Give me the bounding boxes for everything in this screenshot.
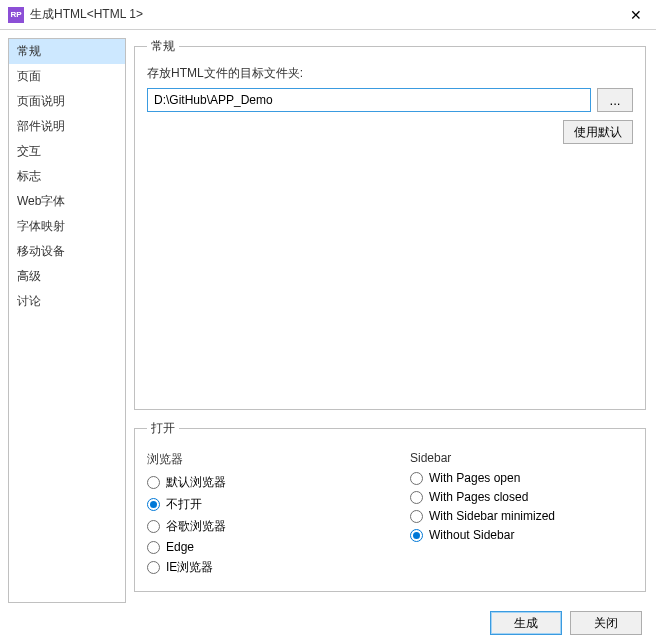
sidebar-opt-option-3[interactable]: Without Sidebar <box>410 528 633 542</box>
sidebar-item-2[interactable]: 页面说明 <box>9 89 125 114</box>
radio-icon <box>147 520 160 533</box>
sidebar-opt-label: With Sidebar minimized <box>429 509 555 523</box>
sidebar-item-3[interactable]: 部件说明 <box>9 114 125 139</box>
browser-title: 浏览器 <box>147 451 370 468</box>
browser-label: 谷歌浏览器 <box>166 518 226 535</box>
footer: 生成 关闭 <box>0 603 656 643</box>
sidebar-item-1[interactable]: 页面 <box>9 64 125 89</box>
radio-icon <box>410 510 423 523</box>
browser-label: 不打开 <box>166 496 202 513</box>
browser-option-3[interactable]: Edge <box>147 540 370 554</box>
sidebar-opt-option-1[interactable]: With Pages closed <box>410 490 633 504</box>
sidebar-item-10[interactable]: 讨论 <box>9 289 125 314</box>
radio-icon <box>147 541 160 554</box>
sidebar-item-0[interactable]: 常规 <box>9 39 125 64</box>
browser-label: 默认浏览器 <box>166 474 226 491</box>
close-button[interactable]: 关闭 <box>570 611 642 635</box>
sidebar-opt-label: With Pages open <box>429 471 520 485</box>
browser-option-2[interactable]: 谷歌浏览器 <box>147 518 370 535</box>
browser-label: IE浏览器 <box>166 559 213 576</box>
sidebar-item-6[interactable]: Web字体 <box>9 189 125 214</box>
legend-general: 常规 <box>147 38 179 55</box>
path-label: 存放HTML文件的目标文件夹: <box>147 65 633 82</box>
titlebar: RP 生成HTML<HTML 1> ✕ <box>0 0 656 30</box>
app-icon: RP <box>8 7 24 23</box>
browser-option-4[interactable]: IE浏览器 <box>147 559 370 576</box>
generate-button[interactable]: 生成 <box>490 611 562 635</box>
sidebar: 常规页面页面说明部件说明交互标志Web字体字体映射移动设备高级讨论 <box>8 38 126 603</box>
sidebar-opt-option-0[interactable]: With Pages open <box>410 471 633 485</box>
radio-icon <box>147 476 160 489</box>
radio-icon <box>147 498 160 511</box>
sidebar-opt-option-2[interactable]: With Sidebar minimized <box>410 509 633 523</box>
sidebar-item-4[interactable]: 交互 <box>9 139 125 164</box>
browser-option-0[interactable]: 默认浏览器 <box>147 474 370 491</box>
sidebar-item-8[interactable]: 移动设备 <box>9 239 125 264</box>
radio-icon <box>410 472 423 485</box>
path-row: ... <box>147 88 633 112</box>
sidebar-item-9[interactable]: 高级 <box>9 264 125 289</box>
browser-label: Edge <box>166 540 194 554</box>
window-title: 生成HTML<HTML 1> <box>30 6 624 23</box>
browse-button[interactable]: ... <box>597 88 633 112</box>
sidebar-item-5[interactable]: 标志 <box>9 164 125 189</box>
radio-icon <box>410 491 423 504</box>
col-sidebar: Sidebar With Pages openWith Pages closed… <box>410 451 633 581</box>
dialog-body: 常规页面页面说明部件说明交互标志Web字体字体映射移动设备高级讨论 常规 存放H… <box>0 30 656 603</box>
default-row: 使用默认 <box>147 120 633 144</box>
main-panel: 常规 存放HTML文件的目标文件夹: ... 使用默认 打开 浏览器 默认浏览器… <box>130 30 656 603</box>
browser-option-1[interactable]: 不打开 <box>147 496 370 513</box>
legend-open: 打开 <box>147 420 179 437</box>
sidebar-title: Sidebar <box>410 451 633 465</box>
fieldset-general: 常规 存放HTML文件的目标文件夹: ... 使用默认 <box>134 38 646 410</box>
path-input[interactable] <box>147 88 591 112</box>
sidebar-item-7[interactable]: 字体映射 <box>9 214 125 239</box>
sidebar-opt-label: With Pages closed <box>429 490 528 504</box>
sidebar-opt-label: Without Sidebar <box>429 528 514 542</box>
use-default-button[interactable]: 使用默认 <box>563 120 633 144</box>
radio-icon <box>147 561 160 574</box>
radio-icon <box>410 529 423 542</box>
close-icon[interactable]: ✕ <box>624 7 648 23</box>
fieldset-open: 打开 浏览器 默认浏览器不打开谷歌浏览器EdgeIE浏览器 Sidebar Wi… <box>134 420 646 592</box>
open-columns: 浏览器 默认浏览器不打开谷歌浏览器EdgeIE浏览器 Sidebar With … <box>147 451 633 581</box>
col-browser: 浏览器 默认浏览器不打开谷歌浏览器EdgeIE浏览器 <box>147 451 370 581</box>
